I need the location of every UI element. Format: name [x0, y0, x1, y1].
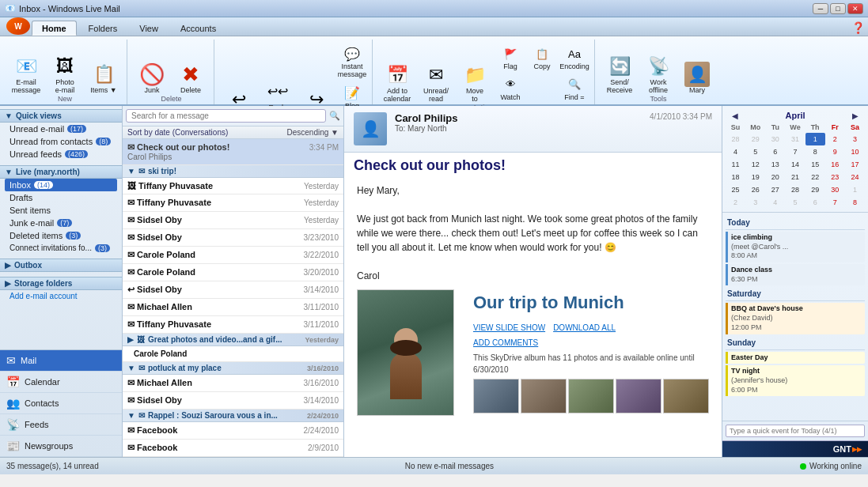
thumb-5[interactable]: [663, 379, 709, 413]
list-item[interactable]: ✉ Tiffany Phuvasate3/11/2010: [123, 316, 343, 334]
add-to-calendar-button[interactable]: 📅 Add tocalendar: [379, 62, 415, 104]
window-controls: ─ □ ✕: [813, 3, 863, 14]
tab-view[interactable]: View: [129, 21, 169, 36]
list-item-carole-poland-2[interactable]: ✉ Carole Poland3/20/2010: [123, 264, 343, 281]
list-item[interactable]: ✉ Michael Allen3/11/2010: [123, 299, 343, 316]
sort-label[interactable]: Sort by date (Conversations): [127, 128, 228, 137]
move-to-button[interactable]: 📁 Moveto: [457, 62, 493, 104]
view-slideshow-link[interactable]: VIEW SLIDE SHOW: [473, 322, 545, 334]
list-item[interactable]: 🖼 Tiffany PhuvasateYesterday: [123, 178, 343, 194]
unread-read-button[interactable]: ✉ Unread/read: [418, 62, 454, 104]
event-ice-climbing[interactable]: ice climbing (meet @Carol's ... 8:00 AM: [726, 232, 865, 262]
items-icon: 📋: [91, 62, 116, 87]
tab-accounts[interactable]: Accounts: [170, 21, 226, 36]
event-dance-class[interactable]: Dance class 6:30 PM: [726, 264, 865, 285]
encoding-button[interactable]: Aa Encoding: [559, 43, 589, 73]
thumb-2[interactable]: [521, 379, 567, 413]
list-item[interactable]: ✉ Sidsel Oby3/14/2010: [123, 392, 343, 410]
event-tv-night[interactable]: TV night (Jennifer's house) 6:00 PM: [726, 365, 865, 396]
sidebar-item-unread-feeds[interactable]: Unread feeds (426): [5, 148, 117, 160]
chevron-right-icon: ▶: [5, 261, 11, 270]
thumb-1[interactable]: [473, 379, 519, 413]
work-offline-button[interactable]: 📡 Workoffline: [640, 54, 677, 95]
outbox-title: ▶ Outbox: [0, 259, 122, 272]
message-search: 🔍: [123, 106, 343, 126]
list-item[interactable]: ↩ Sidsel Oby3/14/2010: [123, 281, 343, 299]
event-easter[interactable]: Easter Day: [726, 352, 865, 364]
group-rappel[interactable]: ▼ ✉ Rappel : Souzi Saroura vous a in... …: [123, 410, 343, 422]
help-icon[interactable]: ❓: [851, 21, 865, 34]
event-bbq[interactable]: BBQ at Dave's house (Chez David) 12:00 P…: [726, 303, 865, 334]
close-button[interactable]: ✕: [847, 3, 863, 14]
find-button[interactable]: 🔍 Find =: [559, 74, 589, 104]
mary-button[interactable]: 👤 Mary: [679, 62, 715, 95]
sidebar-item-unread-contacts[interactable]: Unread from contacts (8): [5, 135, 117, 148]
message-item-carol-philips[interactable]: ✉ Check out our photos! 3:34 PM Carol Ph…: [123, 139, 343, 165]
list-item[interactable]: ✉ Facebook2/24/2010: [123, 422, 343, 440]
nav-contacts[interactable]: 👥 Contacts: [0, 393, 122, 414]
search-input[interactable]: [126, 109, 326, 123]
reading-pane: 👤 Carol Philips To: Mary North 4/1/2010 …: [344, 106, 722, 457]
mary-icon: 👤: [684, 62, 710, 87]
photo-info-text: This SkyDrive album has 11 photos and is…: [473, 352, 709, 376]
add-email-account-link[interactable]: Add e-mail account: [5, 290, 117, 302]
thumb-3[interactable]: [568, 379, 614, 413]
sidebar-item-inbox[interactable]: Inbox (14): [5, 179, 117, 191]
maximize-button[interactable]: □: [830, 3, 846, 14]
sidebar-item-drafts[interactable]: Drafts: [5, 191, 117, 204]
sidebar-item-deleted[interactable]: Deleted items (3): [5, 229, 117, 242]
email-icon: 📧: [13, 54, 39, 79]
download-all-link[interactable]: DOWNLOAD ALL: [553, 322, 616, 334]
list-item[interactable]: ✉ Sidsel ObyYesterday: [123, 212, 343, 229]
copy-button[interactable]: 📋 Copy: [527, 43, 557, 73]
calendar-header: ◀ April ▶: [726, 109, 865, 122]
group-great-photos[interactable]: ▶ 🖼 Great photos and video...and a gif..…: [123, 334, 343, 346]
sort-direction[interactable]: Descending ▼: [287, 128, 339, 137]
add-comments-link[interactable]: ADD COMMENTS: [473, 337, 538, 349]
items-button[interactable]: 📋 Items ▼: [85, 62, 122, 95]
send-receive-button[interactable]: 🔄 Send/Receive: [601, 54, 638, 95]
junk-button[interactable]: 🚫 Junk: [134, 62, 170, 95]
minimize-button[interactable]: ─: [813, 3, 828, 14]
sidebar-item-connect[interactable]: Connect invitations fo... (3): [5, 242, 117, 254]
quick-views-section: ▼ Quick views Unread e-mail (17) Unread …: [0, 106, 122, 162]
list-item[interactable]: ✉ Facebook2/9/2010: [123, 440, 343, 457]
list-item[interactable]: ✉ Sidsel Oby3/23/2010: [123, 229, 343, 247]
photo-email-button[interactable]: 🖼 Photoe-mail: [47, 54, 83, 95]
tab-folders[interactable]: Folders: [78, 21, 128, 36]
group-ski-trip[interactable]: ▼ ✉ ski trip!: [123, 165, 343, 178]
nav-calendar[interactable]: 📅 Calendar: [0, 372, 122, 393]
calendar-grid: SuMoTuWeThFrSa 28293031123 45678910 1112…: [726, 122, 865, 209]
new-email-button[interactable]: 📧 E-mailmessage: [8, 54, 44, 95]
tab-home[interactable]: Home: [32, 21, 77, 36]
calendar-next-button[interactable]: ▶: [849, 111, 862, 120]
mail-nav-icon: ✉: [6, 354, 16, 367]
flag-button[interactable]: 🚩 Flag: [495, 43, 525, 73]
app-orb[interactable]: W: [6, 17, 30, 35]
newsgroups-nav-icon: 📰: [6, 440, 20, 452]
nav-newsgroups[interactable]: 📰 Newsgroups: [0, 436, 122, 457]
actions-small-buttons: 🚩 Flag 📋 Copy 👁 Watch: [495, 43, 557, 104]
calendar-prev-button[interactable]: ◀: [729, 111, 741, 120]
window-title: 📧 Inbox - Windows Live Mail: [5, 3, 120, 13]
feeds-nav-icon: 📡: [6, 418, 20, 431]
list-item[interactable]: ✉ Tiffany PhuvasateYesterday: [123, 194, 343, 212]
nav-mail[interactable]: ✉ Mail: [0, 350, 122, 372]
thumb-4[interactable]: [616, 379, 661, 413]
list-item-great-photos-sub[interactable]: Carole Poland: [123, 346, 343, 362]
delete-button[interactable]: ✖ Delete: [172, 62, 209, 95]
list-item[interactable]: ✉ Michael Allen3/16/2010: [123, 375, 343, 392]
group-potluck[interactable]: ▼ ✉ potluck at my place 3/16/2010: [123, 362, 343, 375]
sidebar-item-unread-email[interactable]: Unread e-mail (17): [5, 123, 117, 135]
nav-feeds[interactable]: 📡 Feeds: [0, 414, 122, 436]
sidebar-item-sent[interactable]: Sent items: [5, 204, 117, 217]
work-offline-icon: 📡: [646, 54, 671, 79]
watch-button[interactable]: 👁 Watch: [495, 74, 525, 104]
today-date[interactable]: 1: [805, 133, 825, 145]
add-event-input[interactable]: [726, 425, 865, 437]
actions-buttons: 📅 Add tocalendar ✉ Unread/read 📁 Moveto …: [379, 41, 589, 104]
instant-message-button[interactable]: 💬 Instant message: [337, 43, 367, 81]
new-buttons: 📧 E-mailmessage 🖼 Photoe-mail 📋 Items ▼: [8, 41, 122, 95]
sidebar-item-junk[interactable]: Junk e-mail (7): [5, 217, 117, 229]
list-item-carole-poland-1[interactable]: ✉ Carole Poland3/22/2010: [123, 247, 343, 264]
